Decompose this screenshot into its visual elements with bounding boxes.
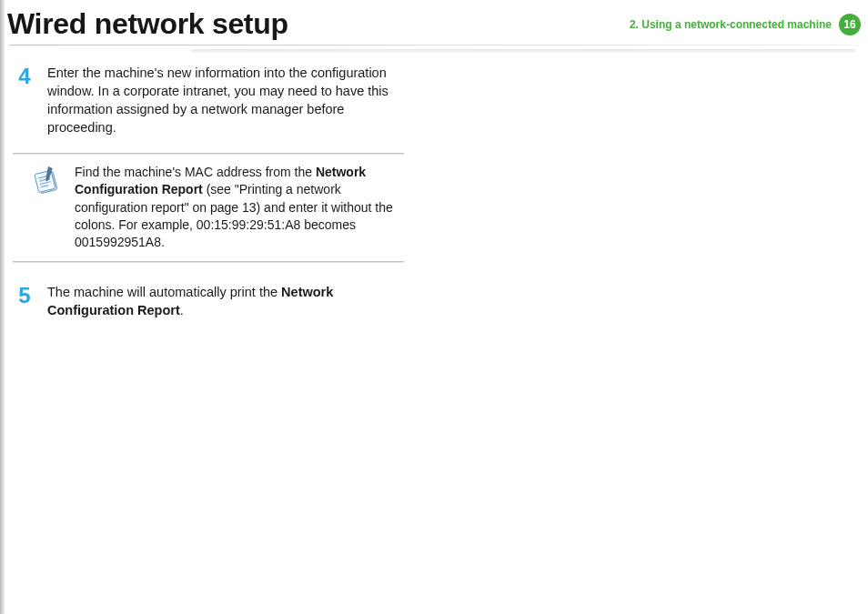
step-text-post: . [180, 303, 184, 317]
note-text-pre: Find the machine's MAC address from the [75, 165, 316, 179]
step-number: 4 [13, 64, 36, 136]
note-rule-bottom [13, 261, 404, 263]
page-header: Wired network setup 2. Using a network-c… [0, 0, 868, 45]
page-title: Wired network setup [7, 7, 288, 41]
note-icon [31, 166, 62, 196]
step-text: Enter the machine's new information into… [47, 64, 406, 136]
note-body: Find the machine's MAC address from the … [13, 155, 406, 261]
note-block: Find the machine's MAC address from the … [13, 153, 406, 263]
step-4: 4 Enter the machine's new information in… [13, 64, 406, 136]
step-text-pre: The machine will automatically print the [47, 285, 281, 299]
step-text: The machine will automatically print the… [47, 283, 406, 319]
note-text: Find the machine's MAC address from the … [75, 164, 399, 252]
right-column [419, 64, 837, 336]
left-column: 4 Enter the machine's new information in… [0, 64, 419, 336]
step-number: 5 [13, 283, 36, 319]
header-right: 2. Using a network-connected machine 16 [630, 14, 861, 35]
step-5: 5 The machine will automatically print t… [13, 283, 406, 319]
page-number-badge: 16 [839, 14, 861, 35]
content-area: 4 Enter the machine's new information in… [0, 45, 868, 336]
chapter-label[interactable]: 2. Using a network-connected machine [630, 18, 832, 31]
